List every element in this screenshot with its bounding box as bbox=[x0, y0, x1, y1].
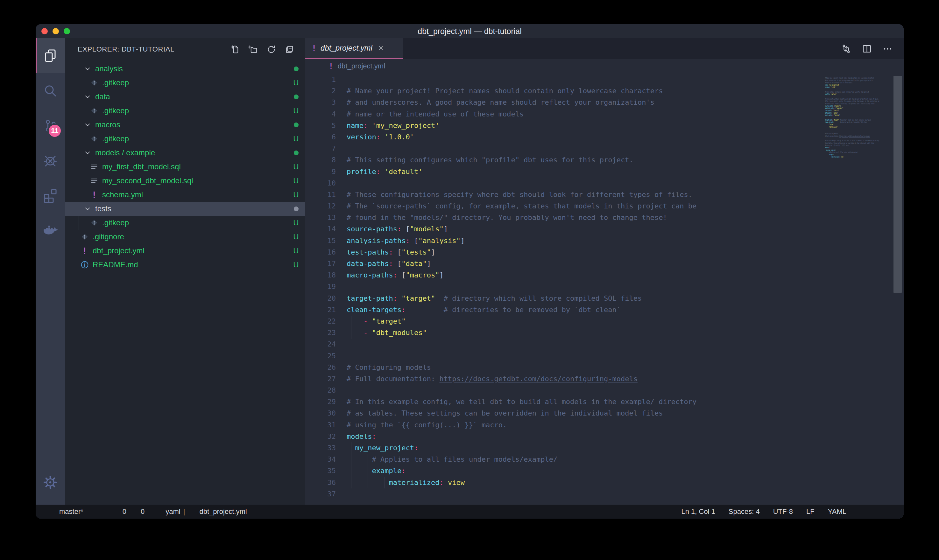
activity-item-explorer[interactable] bbox=[35, 38, 65, 73]
code-line-16: 16test-paths: ["tests"] bbox=[305, 246, 904, 258]
code-line-4: 4# name or the intended use of these mod… bbox=[305, 109, 904, 120]
code-line-30: 30# as tables. These settings can be ove… bbox=[305, 408, 904, 419]
code-line-35: 35 example: bbox=[305, 465, 904, 477]
docker-icon bbox=[43, 223, 58, 238]
tree-file-gitignore[interactable]: .gitignoreU bbox=[65, 230, 305, 244]
problems-item[interactable]: 0 0 bbox=[111, 508, 145, 516]
code-line-3: 3# and underscores. A good package name … bbox=[305, 97, 904, 108]
chevron-down-icon bbox=[83, 148, 92, 157]
git-status-dot bbox=[292, 148, 300, 157]
tab-close-icon[interactable]: × bbox=[379, 43, 383, 53]
code-line-13: 13# found in the "models/" directory. Yo… bbox=[305, 212, 904, 223]
info-icon bbox=[80, 260, 89, 269]
tree-item-label: my_second_dbt_model.sql bbox=[102, 176, 193, 185]
git-untracked-badge: U bbox=[292, 78, 300, 87]
tree-file-my-second-dbt-model-sql[interactable]: my_second_dbt_model.sqlU bbox=[65, 174, 305, 188]
code-line-36: 36 materialized: view bbox=[305, 477, 904, 488]
zoom-window-button[interactable] bbox=[64, 28, 70, 34]
indentation[interactable]: Spaces: 4 bbox=[729, 508, 760, 516]
extensions-icon bbox=[43, 188, 58, 203]
code-line-2: 2# Name your project! Project names shou… bbox=[305, 85, 904, 97]
outline-language: yaml bbox=[166, 508, 180, 516]
code-line-15: 15analysis-paths: ["analysis"] bbox=[305, 235, 904, 246]
tree-file-my-first-dbt-model-sql[interactable]: my_first_dbt_model.sqlU bbox=[65, 160, 305, 174]
indent-guide bbox=[385, 477, 385, 488]
code-line-12: 12# The `source-paths` config, for examp… bbox=[305, 200, 904, 212]
minimize-window-button[interactable] bbox=[52, 28, 59, 34]
tree-item-label: .gitignore bbox=[92, 232, 124, 241]
cursor-position[interactable]: Ln 1, Col 1 bbox=[681, 508, 715, 516]
outline-language-item[interactable]: yaml | dbt_project.yml bbox=[154, 508, 247, 516]
tree-file-readme-md[interactable]: README.mdU bbox=[65, 258, 305, 272]
manage-button[interactable] bbox=[35, 475, 65, 490]
errors-icon bbox=[111, 508, 120, 516]
code-line-28: 28 bbox=[305, 385, 904, 396]
git-status-dot bbox=[292, 120, 300, 129]
activity-item-source-control[interactable]: 11 bbox=[35, 108, 65, 143]
activity-item-docker[interactable] bbox=[35, 213, 65, 248]
file-tree: analysis.gitkeepUdata.gitkeepUmacros.git… bbox=[65, 60, 305, 272]
git-branch-item[interactable]: master* bbox=[48, 508, 83, 516]
tree-folder-analysis[interactable]: analysis bbox=[65, 62, 305, 76]
code-editor[interactable]: 12# Name your project! Project names sho… bbox=[305, 73, 904, 505]
encoding[interactable]: UTF-8 bbox=[773, 508, 793, 516]
tree-file-dbt-project-yml[interactable]: !dbt_project.ymlU bbox=[65, 244, 305, 258]
new-folder-button[interactable] bbox=[248, 45, 258, 54]
git-untracked-badge: U bbox=[292, 190, 300, 199]
code-line-27: 27# Full documentation: https://docs.get… bbox=[305, 373, 904, 385]
explorer-title: EXPLORER: DBT-TUTORIAL bbox=[78, 45, 174, 54]
git-status-dot bbox=[292, 204, 300, 213]
tree-file-gitkeep[interactable]: .gitkeepU bbox=[65, 132, 305, 146]
open-changes-icon[interactable] bbox=[841, 44, 851, 54]
tree-item-label: data bbox=[95, 92, 110, 101]
code-line-11: 11# These configurations specify where d… bbox=[305, 189, 904, 200]
chevron-down-icon bbox=[83, 92, 92, 101]
tree-folder-data[interactable]: data bbox=[65, 90, 305, 104]
refresh-explorer-button[interactable] bbox=[266, 45, 276, 54]
code-line-31: 31# using the `{{ config(...) }}` macro. bbox=[305, 419, 904, 431]
chevron-down-icon bbox=[83, 64, 92, 73]
code-line-20: 20target-path: "target" # directory whic… bbox=[305, 293, 904, 304]
notifications-bell-icon[interactable] bbox=[882, 507, 891, 516]
title-bar: dbt_project.yml — dbt-tutorial bbox=[35, 24, 904, 38]
tree-file-gitkeep[interactable]: .gitkeepU bbox=[65, 76, 305, 90]
activity-item-debug[interactable] bbox=[35, 143, 65, 178]
code-line-8: 8# This setting configures which "profil… bbox=[305, 154, 904, 166]
cloud-upload-icon bbox=[93, 508, 102, 516]
breadcrumb[interactable]: ! dbt_project.yml bbox=[305, 59, 904, 73]
more-actions-icon[interactable] bbox=[882, 44, 893, 54]
publish-changes-item[interactable] bbox=[93, 508, 102, 516]
list-icon bbox=[188, 508, 196, 516]
collapse-folders-button[interactable] bbox=[285, 45, 294, 54]
feedback-smiley-icon[interactable] bbox=[860, 507, 869, 516]
eol-sequence[interactable]: LF bbox=[806, 508, 814, 516]
git-untracked-badge: U bbox=[292, 218, 300, 227]
tree-folder-models-example[interactable]: models / example bbox=[65, 146, 305, 160]
new-file-button[interactable] bbox=[230, 45, 240, 54]
chevron-down-icon bbox=[83, 120, 92, 129]
activity-item-extensions[interactable] bbox=[35, 178, 65, 213]
activity-item-search[interactable] bbox=[35, 73, 65, 108]
indent-guide bbox=[351, 442, 351, 488]
main-area: 11 EXPLORER: DBT-TUTORIAL analysis.gitke… bbox=[35, 38, 904, 505]
language-mode[interactable]: YAML bbox=[828, 508, 847, 516]
tree-file-gitkeep[interactable]: .gitkeepU bbox=[65, 104, 305, 118]
explorer-sidebar: EXPLORER: DBT-TUTORIAL analysis.gitkeepU… bbox=[65, 38, 305, 505]
vertical-scrollbar[interactable] bbox=[893, 76, 902, 293]
tab-dbt-project-yml[interactable]: ! dbt_project.yml × bbox=[305, 38, 403, 59]
tree-folder-tests[interactable]: tests bbox=[65, 202, 305, 216]
tree-item-label: .gitkeep bbox=[102, 134, 129, 143]
settings-gear-icon bbox=[43, 475, 58, 490]
close-window-button[interactable] bbox=[42, 28, 48, 34]
tree-file-schema-yml[interactable]: !schema.ymlU bbox=[65, 188, 305, 202]
split-editor-icon[interactable] bbox=[862, 44, 872, 54]
git-icon bbox=[89, 106, 99, 115]
warn-icon: ! bbox=[89, 190, 99, 200]
minimap[interactable]: # Name your project! Project names shoul… bbox=[825, 74, 883, 505]
git-branch-icon bbox=[48, 508, 56, 516]
tree-folder-macros[interactable]: macros bbox=[65, 118, 305, 132]
tree-file-gitkeep[interactable]: .gitkeepU bbox=[65, 216, 305, 230]
search-icon bbox=[43, 83, 58, 98]
code-line-6: 6version: '1.0.0' bbox=[305, 131, 904, 143]
tree-item-label: .gitkeep bbox=[102, 78, 129, 87]
